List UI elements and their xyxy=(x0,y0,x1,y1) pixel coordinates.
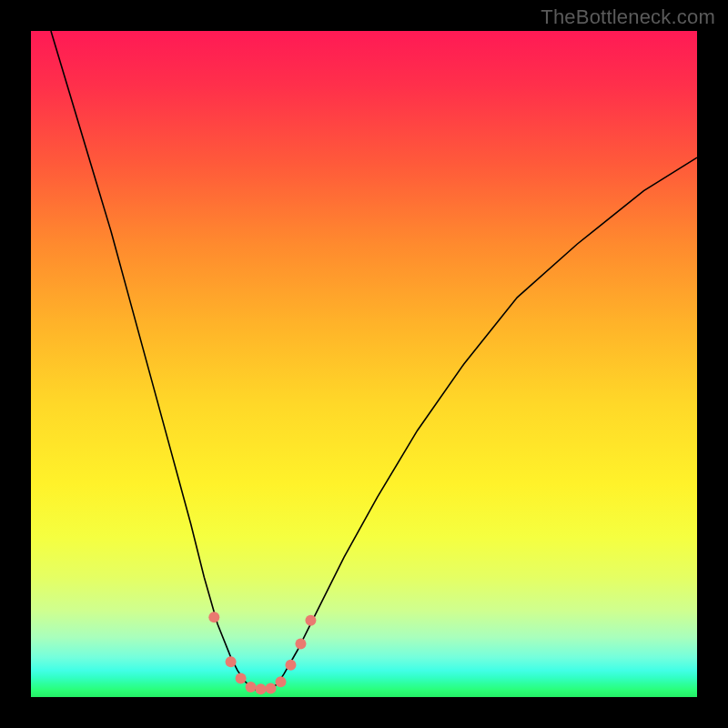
curve-marker xyxy=(246,682,257,693)
curve-marker xyxy=(236,673,247,684)
curve-marker xyxy=(208,612,219,622)
curve-marker xyxy=(285,660,296,671)
curve-marker xyxy=(276,676,287,687)
curve-marker xyxy=(226,656,237,667)
curve-marker xyxy=(256,683,267,694)
chart-svg xyxy=(31,31,697,697)
curve-group xyxy=(51,31,697,691)
chart-canvas: TheBottleneck.com xyxy=(0,0,728,728)
bottleneck-curve xyxy=(51,31,697,691)
plot-area xyxy=(31,31,697,697)
curve-marker xyxy=(305,615,316,626)
curve-marker xyxy=(295,638,306,649)
watermark-text: TheBottleneck.com xyxy=(541,5,715,29)
curve-marker xyxy=(266,682,277,693)
curve-markers xyxy=(208,612,316,694)
